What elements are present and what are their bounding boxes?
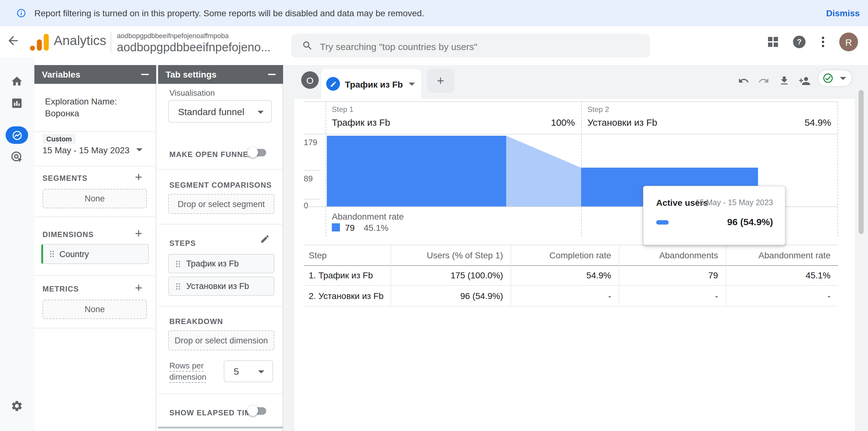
segments-empty-dropzone[interactable]: None [42, 189, 147, 208]
date-range-caret-icon [136, 148, 143, 151]
banner-text: Report filtering is turned on in this pr… [34, 0, 424, 26]
visualisation-caret-icon [257, 111, 264, 114]
search-icon [302, 40, 313, 51]
step-chip-1[interactable]: Трафик из Fb [168, 254, 274, 274]
share-users-icon[interactable] [799, 75, 810, 86]
active-tab-label: Трафик из Fb [345, 80, 403, 89]
rows-per-dimension-select[interactable]: 5 [224, 360, 273, 382]
minimize-tab-settings-button[interactable] [268, 74, 276, 75]
drag-handle-icon [176, 282, 181, 290]
redo-icon[interactable] [758, 75, 769, 86]
nav-rail [0, 58, 34, 431]
dimensions-label: DIMENSIONS [42, 230, 94, 239]
funnel-bar-step1[interactable] [327, 136, 506, 206]
canvas-area: O Трафик из Fb + [283, 65, 868, 431]
visualisation-select[interactable]: Standard funnel [168, 100, 272, 123]
apps-grid-icon[interactable] [767, 36, 779, 48]
info-icon [16, 8, 26, 18]
step-chip-2[interactable]: Установки из Fb [168, 277, 274, 296]
panel-bottom-divider [158, 427, 283, 429]
tooltip-date-range: 15 May - 15 May 2023 [692, 198, 773, 207]
back-icon[interactable] [6, 34, 20, 48]
variables-title: Variables [42, 69, 80, 80]
make-open-funnel-toggle[interactable] [247, 147, 268, 158]
app-header: Analytics aodbopgpdbbeeifnpefojenoaffmpo… [0, 26, 868, 58]
header-divider [111, 32, 111, 53]
account-name: aodbopgpdbbeeifnpefojenoaffmpoba [117, 32, 229, 39]
save-status-button[interactable] [817, 69, 852, 87]
search-input[interactable] [319, 34, 640, 59]
admin-gear-icon[interactable] [11, 400, 23, 412]
rows-per-dimension-label: Rows per dimension [169, 360, 207, 383]
active-tab-caret-icon [409, 83, 415, 86]
tooltip-value: 96 (54.9%) [698, 217, 773, 227]
dimension-chip-country[interactable]: Country [41, 244, 149, 264]
analytics-logo-icon [30, 34, 50, 51]
metrics-label: METRICS [42, 285, 79, 293]
active-tab[interactable]: Трафик из Fb [321, 69, 421, 99]
segment-dropzone[interactable]: Drop or select segment [168, 194, 274, 214]
dimension-chip-label: Country [59, 249, 89, 259]
brand-title: Analytics [54, 33, 106, 48]
show-elapsed-time-toggle[interactable] [247, 405, 268, 416]
edit-steps-icon[interactable] [260, 234, 270, 244]
advertising-icon[interactable] [10, 150, 24, 164]
avatar[interactable]: R [839, 32, 858, 51]
add-dimension-button[interactable]: + [135, 228, 142, 239]
variables-panel: Variables Exploration Name: Воронка Cust… [34, 65, 156, 431]
dismiss-button[interactable]: Dismiss [826, 0, 860, 26]
drag-handle-icon [50, 250, 54, 258]
tab-settings-panel: Tab settings Visualisation Standard funn… [158, 65, 283, 431]
download-icon[interactable] [779, 75, 790, 86]
steps-label: STEPS [169, 239, 196, 248]
breakdown-label: BREAKDOWN [169, 317, 223, 326]
exploration-name-value[interactable]: Воронка [45, 108, 79, 118]
segment-comparisons-label: SEGMENT COMPARISONS [169, 181, 272, 190]
chart-tooltip: Active users 15 May - 15 May 2023 96 (54… [643, 186, 785, 245]
make-open-funnel-label: MAKE OPEN FUNNEL [169, 150, 253, 159]
save-status-caret-icon [840, 77, 846, 80]
visualisation-value: Standard funnel [178, 106, 244, 117]
ga-explorations-page: Report filtering is turned on in this pr… [0, 0, 868, 431]
segments-label: SEGMENTS [42, 174, 88, 183]
tab-settings-header: Tab settings [158, 65, 283, 84]
property-switcher[interactable]: aodbopgpdbbeeifnpefojeno... [117, 41, 271, 54]
visualisation-label: Visualisation [169, 88, 215, 97]
date-range-selector[interactable]: 15 May - 15 May 2023 [42, 145, 130, 155]
step-chip-label: Установки из Fb [186, 282, 249, 291]
drag-handle-icon [176, 260, 181, 267]
tab-pencil-icon [326, 77, 340, 91]
add-segment-button[interactable]: + [135, 171, 142, 183]
notification-banner: Report filtering is turned on in this pr… [0, 0, 868, 26]
rows-per-dimension-value: 5 [234, 366, 239, 377]
date-range-badge: Custom [42, 134, 75, 144]
help-icon[interactable]: ? [793, 36, 806, 48]
add-tab-button[interactable]: + [427, 69, 454, 93]
rows-caret-icon [258, 370, 264, 373]
step-chip-label: Трафик из Fb [186, 259, 239, 268]
undo-icon[interactable] [738, 75, 749, 86]
tab-settings-title: Tab settings [165, 69, 217, 80]
canvas-scrollbar[interactable] [859, 90, 864, 234]
tooltip-series-swatch [656, 220, 669, 225]
exploration-name-label: Exploration Name: [45, 96, 117, 106]
check-circle-icon [823, 73, 834, 84]
explore-icon-selected[interactable] [6, 126, 28, 144]
breakdown-dropzone[interactable]: Drop or select dimension [168, 330, 274, 350]
minimize-variables-button[interactable] [141, 74, 149, 75]
home-icon[interactable] [11, 75, 23, 88]
more-menu-icon[interactable] [822, 36, 824, 48]
collapsed-tab[interactable]: O [301, 71, 319, 89]
variables-panel-header: Variables [34, 65, 156, 84]
search-bar[interactable] [291, 34, 650, 58]
show-elapsed-time-label: SHOW ELAPSED TIME [169, 408, 256, 417]
reports-icon[interactable] [11, 97, 23, 110]
add-metric-button[interactable]: + [135, 282, 142, 293]
metrics-empty-dropzone[interactable]: None [42, 299, 147, 319]
